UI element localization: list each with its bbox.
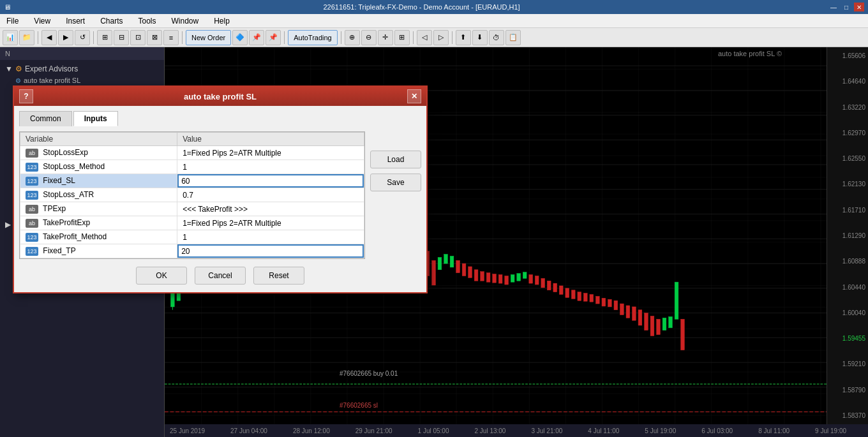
var-cell: 123 StopLoss_ATR	[20, 188, 177, 202]
table-row[interactable]: 123 TakeProfit_Method 1	[20, 230, 364, 244]
toolbar-sell[interactable]: ⬇	[472, 30, 488, 45]
new-order-button[interactable]: New Order	[186, 30, 231, 45]
dialog-close-button[interactable]: ✕	[407, 89, 421, 103]
toolbar-icon3[interactable]: 📌	[266, 30, 281, 45]
toolbar-sep-4	[284, 31, 285, 44]
dialog-tabs: Common Inputs	[19, 111, 421, 126]
toolbar-btn5[interactable]: ≡	[163, 30, 179, 45]
svg-rect-100	[662, 318, 666, 330]
price-11: 1.60040	[830, 309, 865, 316]
menu-tools[interactable]: Tools	[135, 15, 160, 27]
menu-window[interactable]: Window	[168, 15, 203, 27]
dialog-help-button[interactable]: ?	[19, 89, 33, 103]
val-cell: 1=Fixed Pips 2=ATR Multiple	[177, 146, 364, 160]
toolbar-btn4[interactable]: ⊠	[147, 30, 162, 45]
val-cell-edit[interactable]	[177, 174, 364, 188]
svg-rect-95	[632, 307, 636, 320]
toolbar-buy[interactable]: ⬆	[456, 30, 471, 45]
var-cell: ab TPExp	[20, 202, 177, 216]
svg-rect-87	[583, 293, 587, 302]
table-row[interactable]: 123 StopLoss_Method 1	[20, 160, 364, 174]
menu-insert[interactable]: Insert	[62, 15, 89, 27]
time-8: 4 Jul 11:00	[588, 427, 619, 434]
price-1: 1.65606	[830, 52, 865, 59]
toolbar-new-chart[interactable]: 📊	[3, 30, 18, 45]
save-button[interactable]: Save	[370, 174, 421, 191]
toolbar-period[interactable]: ⏱	[489, 30, 504, 45]
toolbar-sep-1	[38, 31, 38, 44]
dialog-title: auto take profit SL	[33, 92, 407, 101]
maximize-button[interactable]: □	[841, 3, 851, 11]
left-panel-header: N	[0, 47, 164, 60]
toolbar-template[interactable]: 📋	[505, 30, 521, 45]
toolbar-btn2[interactable]: ⊟	[114, 30, 129, 45]
val-cell-edit[interactable]	[177, 244, 364, 258]
toolbar-icon1[interactable]: 🔷	[232, 30, 248, 45]
menu-help[interactable]: Help	[210, 15, 234, 27]
toolbar-chart-left[interactable]: ◁	[417, 30, 432, 45]
tab-common[interactable]: Common	[19, 111, 72, 126]
sl-trade-label: #76602665 sl	[337, 401, 380, 410]
table-row[interactable]: ab TPExp <<< TakeProfit >>>	[20, 202, 364, 216]
svg-rect-64	[444, 255, 448, 264]
table-row-selected[interactable]: 123 Fixed_SL	[20, 174, 364, 188]
svg-rect-70	[481, 272, 484, 281]
settings-dialog[interactable]: ? auto take profit SL ✕ Common Inputs	[13, 85, 428, 293]
toolbar-icon2[interactable]: 📌	[249, 30, 264, 45]
autotrading-button[interactable]: AutoTrading	[288, 30, 338, 45]
fixed-tp-input[interactable]	[177, 244, 364, 258]
table-row[interactable]: ab TakeProfitExp 1=Fixed Pips 2=ATR Mult…	[20, 216, 364, 230]
fixed-sl-input[interactable]	[177, 174, 364, 188]
ea-item-label: auto take profit SL	[24, 77, 80, 84]
chart-indicator-label: auto take profit SL ©	[718, 50, 782, 57]
price-14: 1.58790	[830, 387, 865, 394]
svg-rect-90	[602, 298, 606, 306]
menu-bar: File View Insert Charts Tools Window Hel…	[0, 14, 868, 28]
reset-button[interactable]: Reset	[253, 267, 304, 285]
time-6: 2 Jul 13:00	[474, 427, 505, 434]
type-icon-num: 123	[26, 233, 38, 242]
col-variable: Variable	[20, 133, 177, 146]
menu-charts[interactable]: Charts	[96, 15, 126, 27]
svg-rect-73	[498, 275, 502, 284]
val-cell: <<< TakeProfit >>>	[177, 202, 364, 216]
val-cell: 1	[177, 230, 364, 244]
table-row[interactable]: 123 Fixed_TP	[20, 244, 364, 258]
svg-rect-98	[650, 316, 654, 336]
toolbar-zoom-plus[interactable]: ⊕	[345, 30, 360, 45]
toolbar-zoom-minus[interactable]: ⊖	[361, 30, 377, 45]
close-button[interactable]: ✕	[854, 3, 864, 11]
toolbar-forward[interactable]: ▶	[58, 30, 73, 45]
time-12: 9 Jul 19:00	[815, 427, 846, 434]
type-icon-ab: ab	[26, 219, 38, 228]
toolbar: 📊 📁 ◀ ▶ ↺ ⊞ ⊟ ⊡ ⊠ ≡ New Order 🔷 📌 📌 Auto…	[0, 28, 868, 47]
table-row[interactable]: ab StopLossExp 1=Fixed Pips 2=ATR Multip…	[20, 146, 364, 160]
toolbar-grid[interactable]: ⊞	[394, 30, 410, 45]
time-4: 29 Jun 21:00	[355, 427, 393, 434]
ok-button[interactable]: OK	[136, 267, 187, 285]
toolbar-crosshair[interactable]: ✛	[378, 30, 393, 45]
tree-section-ea[interactable]: ▼ ⚙ Expert Advisors	[0, 63, 164, 75]
type-icon-num: 123	[26, 163, 38, 172]
table-row[interactable]: 123 StopLoss_ATR 0.7	[20, 188, 364, 202]
svg-rect-77	[523, 272, 527, 279]
time-2: 27 Jun 04:00	[230, 427, 267, 434]
price-3: 1.63220	[830, 104, 865, 111]
tree-expand-icon: ▼	[5, 64, 13, 73]
cancel-button[interactable]: Cancel	[195, 267, 246, 285]
title-bar: 🖥 22611651: Tripleafx-FX-Demo - Demo Acc…	[0, 0, 868, 14]
toolbar-btn1[interactable]: ⊞	[97, 30, 112, 45]
type-icon-num: 123	[26, 247, 38, 256]
load-button[interactable]: Load	[370, 151, 421, 168]
menu-file[interactable]: File	[3, 15, 22, 27]
tab-inputs[interactable]: Inputs	[73, 111, 118, 126]
toolbar-back[interactable]: ◀	[41, 30, 57, 45]
minimize-button[interactable]: —	[828, 3, 839, 11]
variable-table-container[interactable]: Variable Value ab StopLossExp	[19, 131, 365, 259]
toolbar-refresh[interactable]: ↺	[75, 30, 90, 45]
toolbar-open[interactable]: 📁	[19, 30, 34, 45]
toolbar-btn3[interactable]: ⊡	[130, 30, 146, 45]
menu-view[interactable]: View	[30, 15, 54, 27]
toolbar-chart-right[interactable]: ▷	[433, 30, 449, 45]
ea-item-1[interactable]: ⚙ auto take profit SL	[0, 75, 164, 85]
